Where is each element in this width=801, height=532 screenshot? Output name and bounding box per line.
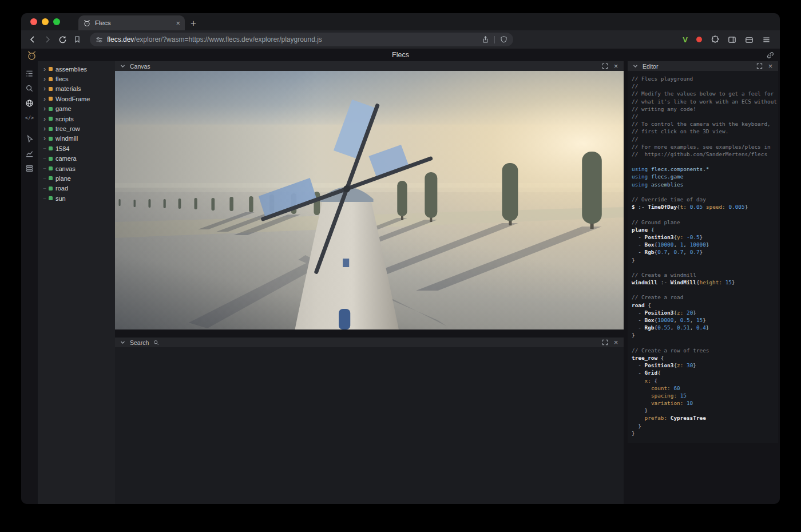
collapse-chevron-icon[interactable]: [632, 62, 639, 70]
tree-item[interactable]: ›tree_row: [38, 124, 115, 133]
address-bar-divider: [494, 36, 495, 43]
v-extension-icon[interactable]: V: [683, 36, 688, 43]
outline-tree-icon[interactable]: [25, 68, 35, 78]
site-info-icon[interactable]: [96, 36, 103, 43]
close-panel-icon[interactable]: ×: [767, 62, 774, 70]
code-line: - Position3{y: -0.5}: [632, 233, 777, 241]
tree-item[interactable]: ›assemblies: [38, 64, 115, 74]
expand-chevron-icon[interactable]: ›: [42, 76, 47, 82]
tree-item[interactable]: –sun: [38, 193, 115, 203]
code-line: - Position3{z: 30}: [632, 362, 777, 369]
collapse-chevron-icon[interactable]: [119, 62, 126, 70]
code-line: [632, 286, 777, 293]
code-line: // To control the camera with the keyboa…: [632, 120, 777, 128]
tree-item[interactable]: ›flecs: [38, 74, 115, 84]
stats-chart-icon[interactable]: [25, 148, 35, 158]
code-line: // first click on the 3D view.: [632, 128, 777, 135]
flecs-logo: [26, 50, 37, 61]
reload-button[interactable]: [55, 33, 69, 46]
tree-item[interactable]: –camera: [38, 154, 115, 164]
wallet-icon[interactable]: [745, 35, 754, 44]
tree-item-label: tree_row: [55, 125, 80, 132]
code-line: tree_row {: [632, 354, 777, 362]
tree-item[interactable]: ›game: [38, 104, 115, 114]
code-line: - Rgb{0.7, 0.7, 0.7}: [632, 248, 777, 256]
tables-rows-icon[interactable]: [25, 163, 35, 173]
permalink-icon[interactable]: [766, 51, 775, 59]
entity-color-square: [49, 127, 53, 131]
expand-chevron-icon[interactable]: ›: [42, 66, 47, 73]
expand-chevron-icon[interactable]: ›: [42, 85, 47, 92]
code-line: [632, 158, 777, 165]
entity-color-square: [49, 157, 53, 161]
minimize-window-button[interactable]: [42, 18, 49, 25]
share-icon[interactable]: [482, 35, 489, 43]
expand-chevron-icon[interactable]: ›: [42, 105, 47, 112]
leaf-dash-icon: –: [42, 186, 47, 191]
red-dot-extension-icon[interactable]: [696, 37, 702, 42]
code-line: // what it's like to work with an ECS wi…: [632, 98, 777, 105]
expand-chevron-icon[interactable]: ›: [42, 96, 47, 102]
fullscreen-icon[interactable]: [756, 62, 763, 70]
tree-item-label: sun: [55, 195, 66, 202]
tree-item[interactable]: ›windmill: [38, 134, 115, 144]
collapse-chevron-icon[interactable]: [119, 339, 126, 346]
tree-item[interactable]: ›WoodFrame: [38, 94, 115, 104]
tree-item[interactable]: –plane: [38, 173, 115, 183]
menu-icon[interactable]: [762, 35, 771, 44]
code-line: x: {: [632, 377, 777, 384]
extensions-puzzle-icon[interactable]: [711, 35, 719, 44]
center-column: Canvas ×: [115, 61, 624, 504]
code-line: count: 60: [632, 384, 777, 392]
expand-chevron-icon[interactable]: ›: [42, 125, 47, 132]
editor-column: Editor × // Flecs playground//// Modify …: [628, 61, 778, 504]
tree-item[interactable]: –1584: [38, 144, 115, 153]
code-line: variation: 10: [632, 399, 777, 407]
tree-item-label: materials: [55, 85, 81, 92]
page-title: Flecs: [21, 51, 780, 59]
close-panel-icon[interactable]: ×: [612, 62, 620, 70]
browser-tab[interactable]: Flecs ×: [78, 15, 185, 30]
entity-color-square: [49, 77, 53, 81]
canvas-panel-header: Canvas ×: [115, 61, 624, 71]
fullscreen-icon[interactable]: [601, 339, 609, 346]
tree-item[interactable]: ›materials: [38, 84, 115, 94]
tab-close-icon[interactable]: ×: [176, 19, 180, 27]
address-bar[interactable]: flecs.dev/explorer/?wasm=https://www.fle…: [90, 33, 513, 46]
new-tab-button[interactable]: +: [185, 18, 203, 30]
tree-item-label: camera: [55, 155, 77, 162]
tree-item[interactable]: –road: [38, 184, 115, 193]
close-panel-icon[interactable]: ×: [612, 339, 620, 346]
code-line: }: [632, 430, 777, 437]
search-magnifier-icon: [152, 339, 160, 346]
fullscreen-icon[interactable]: [601, 62, 609, 70]
browser-window: Flecs × +: [21, 13, 780, 504]
canvas-3d-view[interactable]: [115, 71, 624, 329]
tree-item[interactable]: ›scripts: [38, 114, 115, 124]
flecs-favicon: [83, 19, 91, 27]
search-results-area: [115, 347, 624, 504]
code-icon[interactable]: </>: [25, 113, 35, 123]
browser-toolbar: flecs.dev/explorer/?wasm=https://www.fle…: [21, 30, 780, 49]
expand-chevron-icon[interactable]: ›: [42, 116, 47, 122]
code-editor[interactable]: // Flecs playground//// Modify the value…: [628, 71, 778, 443]
expand-chevron-icon[interactable]: ›: [42, 135, 47, 142]
forward-button[interactable]: [41, 33, 54, 46]
zoom-window-button[interactable]: [53, 18, 60, 25]
shield-icon[interactable]: [500, 35, 507, 43]
search-icon[interactable]: [25, 83, 35, 93]
tree-item-label: scripts: [55, 116, 74, 122]
code-line: using flecs.components.*: [632, 165, 777, 173]
leaf-dash-icon: –: [42, 196, 47, 201]
close-window-button[interactable]: [30, 18, 37, 25]
left-icon-strip: </>: [21, 61, 38, 504]
code-line: - Box{10000, 1, 10000}: [632, 241, 777, 248]
tree-item[interactable]: –canvas: [38, 164, 115, 173]
side-panel-icon[interactable]: [728, 35, 736, 44]
world-globe-icon[interactable]: [25, 98, 35, 108]
pointer-icon[interactable]: [25, 133, 35, 144]
back-button[interactable]: [26, 33, 39, 46]
editor-panel-header: Editor ×: [628, 61, 778, 71]
code-line: plane {: [632, 226, 777, 233]
bookmark-icon[interactable]: [70, 33, 84, 46]
